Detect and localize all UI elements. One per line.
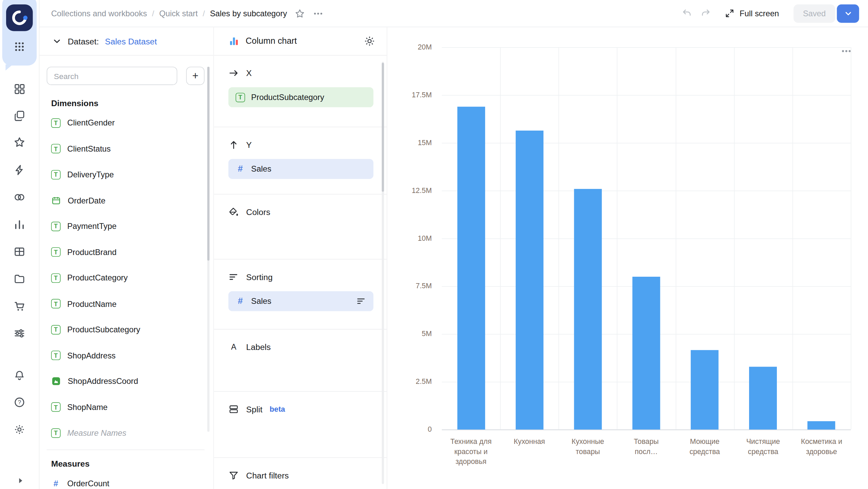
datalens-chart-editor: ? Collections and workbooks / Quick star… (0, 0, 868, 489)
bar[interactable] (691, 350, 719, 430)
section-header: Chart filters (228, 458, 373, 481)
breadcrumb-collections[interactable]: Collections and workbooks (51, 9, 147, 18)
dataset-panel: Dataset: Sales Dataset + Dimensions TCli… (39, 27, 214, 489)
text-field-icon: T (51, 221, 61, 231)
bar[interactable] (749, 367, 777, 430)
dataset-field-clientgender[interactable]: TClientGender (39, 110, 213, 136)
dataset-field-measure-names[interactable]: TMeasure Names (39, 420, 213, 446)
number-field-icon: # (235, 296, 245, 306)
help-icon[interactable]: ? (13, 396, 25, 408)
apps-grid-icon[interactable] (13, 41, 25, 53)
field-label: ProductCategory (67, 274, 127, 282)
calendar-icon (51, 195, 61, 205)
field-label: ClientStatus (67, 144, 110, 153)
gridline-h (442, 95, 851, 96)
dataset-field-productname[interactable]: TProductName (39, 291, 213, 317)
chevron-down-icon (844, 9, 852, 18)
bar[interactable] (457, 106, 485, 430)
marketplace-cart-icon[interactable] (13, 300, 25, 312)
field-label: ShopName (67, 403, 107, 412)
field-pill-sales[interactable]: #Sales (228, 291, 373, 311)
bar[interactable] (633, 277, 660, 430)
section-label: Y (246, 140, 252, 150)
chart-menu-button[interactable] (840, 45, 852, 57)
gear-icon[interactable] (13, 424, 25, 436)
x-tick-label: Чистящие средства (734, 437, 792, 457)
connections-folder-icon[interactable] (13, 273, 25, 285)
search-input[interactable] (47, 67, 177, 85)
field-label: ProductSubcategory (67, 325, 140, 334)
gridline-h (442, 143, 851, 143)
text-field-icon: T (235, 93, 245, 102)
gridline-h (442, 238, 851, 239)
more-actions-icon[interactable] (313, 8, 324, 19)
column-chart-icon[interactable] (228, 36, 240, 47)
dataset-field-clientstatus[interactable]: TClientStatus (39, 136, 213, 162)
section-label: Colors (246, 207, 270, 217)
dataset-field-shopname[interactable]: TShopName (39, 394, 213, 420)
bar[interactable] (574, 189, 602, 429)
collections-icon[interactable] (13, 110, 25, 122)
dataset-field-productsubcategory[interactable]: TProductSubcategory (39, 317, 213, 343)
functions-icon[interactable] (13, 164, 25, 176)
bar[interactable] (808, 421, 835, 429)
datalens-logo[interactable] (6, 4, 33, 31)
bell-icon[interactable] (13, 370, 25, 382)
charts-icon[interactable] (13, 218, 25, 231)
undo-icon[interactable] (681, 8, 693, 19)
gridline-h (442, 430, 851, 430)
save-dropdown-button[interactable] (837, 4, 859, 22)
dashboards-icon[interactable] (13, 83, 25, 95)
bar[interactable] (516, 130, 543, 429)
dimensions-title: Dimensions (51, 98, 213, 108)
favorite-star-icon[interactable] (295, 8, 305, 19)
settings-sliders-icon[interactable] (13, 327, 25, 339)
dataset-field-shopaddresscoord[interactable]: ShopAddressCoord (39, 368, 213, 394)
section-header: ALabels (228, 330, 373, 352)
measures-title: Measures (51, 459, 213, 468)
svg-text:A: A (231, 343, 236, 351)
chart-type-label[interactable]: Column chart (246, 36, 297, 46)
config-scrollbar-thumb[interactable] (382, 63, 384, 192)
full-screen-label: Full screen (740, 9, 779, 18)
full-screen-button[interactable]: Full screen (725, 8, 779, 18)
favorites-icon[interactable] (13, 136, 25, 148)
dataset-field-orderdate[interactable]: OrderDate (39, 188, 213, 213)
dataset-field-paymenttype[interactable]: TPaymentType (39, 213, 213, 239)
dataset-field-productbrand[interactable]: TProductBrand (39, 239, 213, 265)
full-screen-icon (725, 8, 735, 18)
section-label: Labels (246, 342, 271, 352)
chart-config-sections: XTProductSubcategoryY#SalesColorsSorting… (214, 56, 387, 489)
text-field-icon: T (51, 118, 61, 128)
field-pill-productsubcategory[interactable]: TProductSubcategory (228, 87, 373, 107)
top-header: Collections and workbooks / Quick start … (39, 0, 868, 27)
paint-bucket-icon (228, 207, 239, 217)
dataset-field-shopaddress[interactable]: TShopAddress (39, 343, 213, 368)
dataset-scrollbar-thumb[interactable] (207, 67, 210, 261)
breadcrumb-quick-start[interactable]: Quick start (159, 9, 198, 18)
redo-icon[interactable] (700, 8, 711, 19)
gridline-v (617, 47, 618, 429)
saved-button[interactable]: Saved (793, 4, 835, 22)
section-header: Splitbeta (228, 392, 373, 414)
expand-panel-icon[interactable] (17, 477, 24, 485)
section-header: Y (228, 127, 373, 150)
add-field-button[interactable]: + (186, 67, 204, 85)
dataset-field-ordercount[interactable]: #OrderCount (39, 470, 213, 489)
services-circles-icon[interactable] (13, 191, 25, 203)
svg-text:?: ? (18, 399, 21, 406)
field-label: DeliveryType (67, 170, 113, 179)
chart-settings-gear-icon[interactable] (364, 35, 376, 47)
field-pill-sales[interactable]: #Sales (228, 159, 373, 179)
dataset-label: Dataset: (68, 36, 99, 46)
y-tick-label: 0 (387, 425, 432, 434)
sort-order-icon[interactable] (356, 296, 366, 306)
dataset-field-productcategory[interactable]: TProductCategory (39, 265, 213, 291)
section-label: X (246, 69, 252, 78)
gridline-v (676, 47, 676, 429)
datasets-table-icon[interactable] (13, 246, 25, 258)
dataset-name-link[interactable]: Sales Dataset (105, 36, 157, 46)
chevron-down-icon[interactable] (52, 36, 62, 46)
dataset-field-deliverytype[interactable]: TDeliveryType (39, 162, 213, 188)
gridline-v (851, 47, 851, 429)
